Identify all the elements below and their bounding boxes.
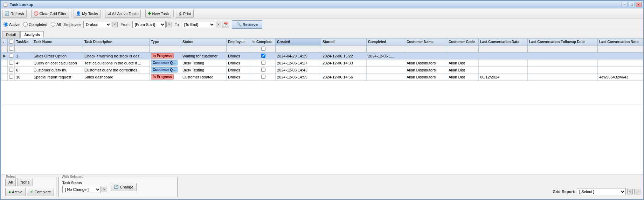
radio-completed[interactable]: Completed xyxy=(23,22,47,27)
cell-iscomplete xyxy=(251,60,276,67)
cell-lastconvfollowup xyxy=(528,60,598,67)
app-title: Task Lookup xyxy=(10,2,641,7)
row-checkbox-cell[interactable] xyxy=(8,67,15,74)
none-button[interactable]: None xyxy=(17,178,33,186)
status-radio-group: Active Completed All xyxy=(4,22,61,27)
col-status[interactable]: Status xyxy=(181,39,227,46)
to-date-select[interactable]: [To End] xyxy=(182,21,215,28)
cell-lastconvdate xyxy=(479,53,528,60)
row-checkbox-cell[interactable] xyxy=(8,60,15,67)
to-select-wrap: [To End] ✕ 📅 xyxy=(182,21,229,28)
grid-container[interactable]: - TaskNo Task Name Task Description Type… xyxy=(1,38,643,106)
col-type[interactable]: Type xyxy=(150,39,181,46)
tab-analysis[interactable]: Analysis xyxy=(20,31,44,38)
to-label: To xyxy=(175,22,179,27)
task-status-group: Task Status [ No Change ] ✕ xyxy=(62,181,107,193)
cell-started xyxy=(321,67,367,74)
report-more-button[interactable]: ⋯ xyxy=(634,189,641,194)
row-checkbox[interactable] xyxy=(9,75,13,79)
col-lastconvfollowup[interactable]: Last Conversation Followup Date xyxy=(528,39,598,46)
report-clear-button[interactable]: ✕ xyxy=(627,189,633,194)
cell-taskdesc: Check if warning no stock is des... xyxy=(83,53,150,60)
cell-taskname: Query on cost calculation xyxy=(32,60,83,67)
cell-customername: Allan Distributors xyxy=(405,74,447,81)
close-button[interactable]: ✕ xyxy=(636,2,642,7)
filter-iscomplete[interactable] xyxy=(261,47,265,51)
refresh-button[interactable]: 🔄 Refresh xyxy=(2,10,27,18)
col-taskdesc[interactable]: Task Description xyxy=(83,39,150,46)
minimize-button[interactable]: ─ xyxy=(622,2,628,7)
row-checkbox-cell[interactable] xyxy=(8,53,15,60)
complete-button[interactable]: ✔ Complete xyxy=(27,188,54,196)
table-row[interactable]: 4 Query on cost calculation Test calcula… xyxy=(1,60,643,67)
cell-lastconvnote xyxy=(598,67,643,74)
col-iscomplete[interactable]: Is Complete xyxy=(251,39,276,46)
filter-checkbox[interactable] xyxy=(9,47,13,51)
col-customername[interactable]: Customer Name xyxy=(405,39,447,46)
cell-taskname: Sales Order Option xyxy=(32,53,83,60)
change-button[interactable]: 🔄 Change xyxy=(111,183,137,191)
employee-select-wrap: Drakos ✕ xyxy=(83,21,118,28)
cell-lastconvdate xyxy=(479,60,528,67)
all-active-tasks-button[interactable]: ☑ All Active Tasks xyxy=(105,10,141,18)
toolbar-separator-2 xyxy=(71,10,71,17)
col-completed[interactable]: Completed xyxy=(367,39,405,46)
cell-employee: Drakos xyxy=(227,60,251,67)
tab-detail[interactable]: Detail xyxy=(2,31,20,38)
row-checkbox-cell[interactable] xyxy=(8,74,15,81)
table-row[interactable]: 6 Customer query mu Customer query the c… xyxy=(1,67,643,74)
all-button[interactable]: All xyxy=(5,178,16,186)
row-checkbox[interactable] xyxy=(9,61,13,65)
active-icon: ● xyxy=(8,189,11,194)
header-checkbox[interactable] xyxy=(9,40,13,44)
cell-taskdesc: Customer query the correctnes... xyxy=(83,67,150,74)
col-taskname[interactable]: Task Name xyxy=(32,39,83,46)
row-indicator xyxy=(1,74,8,81)
employee-select[interactable]: Drakos xyxy=(83,21,111,28)
radio-active[interactable]: Active xyxy=(4,22,20,27)
retrieve-button[interactable]: 🔍 Retrieve xyxy=(232,20,262,29)
table-row[interactable]: ▶ 1 Sales Order Option Check if warning … xyxy=(1,53,643,60)
row-checkbox[interactable] xyxy=(9,54,13,58)
col-started[interactable]: Started xyxy=(321,39,367,46)
cell-lastconvdate xyxy=(479,67,528,74)
col-taskno[interactable]: TaskNo xyxy=(15,39,32,46)
from-date-select[interactable]: [From Start] xyxy=(132,21,166,28)
new-task-button[interactable]: ✚ New Task xyxy=(145,10,171,18)
retrieve-icon: 🔍 xyxy=(236,22,241,27)
cell-type: Customer Q... xyxy=(150,67,181,74)
col-checkbox[interactable] xyxy=(8,39,15,46)
my-tasks-button[interactable]: 👤 My Tasks xyxy=(74,10,101,18)
select-group-label: Select xyxy=(5,175,16,179)
employee-clear-button[interactable]: ✕ xyxy=(112,22,118,27)
col-employee[interactable]: Employee xyxy=(227,39,251,46)
maximize-button[interactable]: □ xyxy=(629,2,635,7)
app-icon: 📋 xyxy=(3,2,8,7)
col-customercode[interactable]: Customer Code xyxy=(447,39,479,46)
col-lastconvdate[interactable]: Last Conversation Date xyxy=(479,39,528,46)
change-icon: 🔄 xyxy=(114,185,119,189)
print-button[interactable]: 🖨 Print xyxy=(176,10,194,18)
col-minus[interactable]: - xyxy=(1,39,8,46)
cell-started: 2024-12-06 14:33 xyxy=(321,60,367,67)
task-status-clear-button[interactable]: ✕ xyxy=(102,187,107,192)
col-lastconvnote[interactable]: Last Conversation Note xyxy=(598,39,643,46)
task-status-select[interactable]: [ No Change ] xyxy=(62,186,101,193)
active-button[interactable]: ● Active xyxy=(5,188,26,196)
cell-lastconvnote xyxy=(598,60,643,67)
col-created[interactable]: Created xyxy=(276,39,321,46)
cell-taskname: Customer query mu xyxy=(32,67,83,74)
cell-completed xyxy=(367,67,405,74)
to-clear-button[interactable]: ✕ xyxy=(216,22,221,27)
toolbar-separator xyxy=(29,10,29,17)
report-select[interactable]: [ Select ] xyxy=(577,188,626,195)
calendar-button[interactable]: 📅 xyxy=(222,21,229,28)
from-clear-button[interactable]: ✕ xyxy=(166,22,172,27)
from-label: From xyxy=(120,22,130,27)
clear-grid-filter-button[interactable]: 🚫 Clear Grid Filter xyxy=(31,10,69,18)
row-checkbox[interactable] xyxy=(9,68,13,72)
employee-label: Employee xyxy=(63,22,81,27)
table-row[interactable]: 10 Special report request Sales dashboar… xyxy=(1,74,643,81)
radio-all[interactable]: All xyxy=(51,22,61,27)
cell-taskname: Special report request xyxy=(32,74,83,81)
